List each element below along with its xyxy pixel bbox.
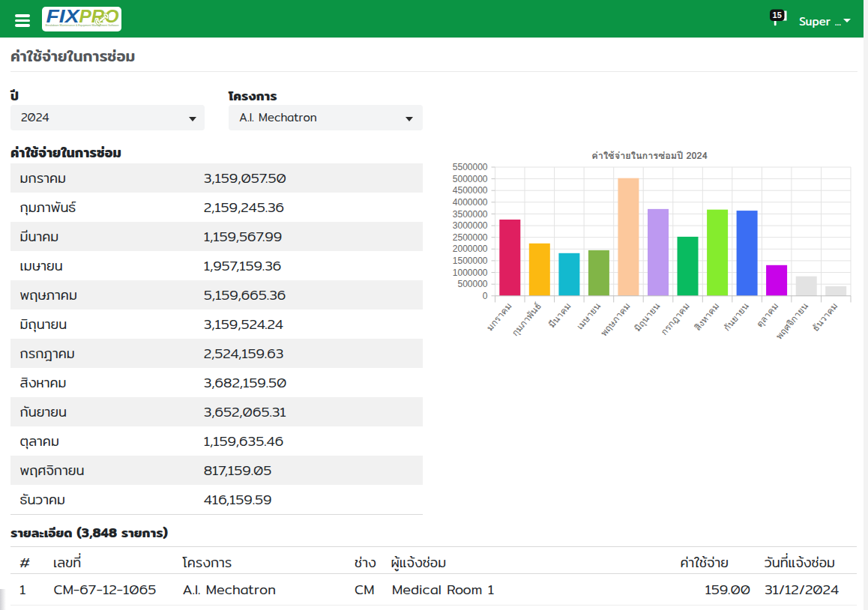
svg-text:4000000: 4000000 — [453, 197, 488, 208]
svg-text:พฤษภาคม: พฤษภาคม — [597, 300, 633, 339]
svg-text:กันยายน: กันยายน — [720, 300, 752, 334]
svg-text:ค่าใช้จ่ายในการซ่อมปี 2024: ค่าใช้จ่ายในการซ่อมปี 2024 — [591, 148, 707, 163]
svg-text:5000000: 5000000 — [453, 174, 488, 184]
svg-text:3500000: 3500000 — [453, 209, 488, 220]
svg-text:3000000: 3000000 — [453, 220, 488, 231]
svg-text:ตุลาคม: ตุลาคม — [753, 300, 782, 330]
svg-text:1500000: 1500000 — [453, 256, 488, 266]
svg-text:500000: 500000 — [457, 279, 487, 289]
svg-text:Breakdown Maintenance & Equipm: Breakdown Maintenance & Equipment Manage… — [46, 22, 119, 26]
svg-text:0: 0 — [483, 291, 488, 301]
svg-text:15: 15 — [773, 10, 782, 19]
svg-text:5500000: 5500000 — [453, 162, 488, 172]
svg-text:ธันวาคม: ธันวาคม — [809, 300, 841, 335]
svg-text:4500000: 4500000 — [453, 185, 488, 196]
svg-text:2500000: 2500000 — [453, 232, 488, 243]
svg-text:กุมภาพันธ์: กุมภาพันธ์ — [508, 300, 545, 339]
svg-text:กรกฎาคม: กรกฎาคม — [657, 300, 693, 339]
svg-text:1000000: 1000000 — [453, 268, 488, 278]
svg-text:มีนาคม: มีนาคม — [545, 300, 574, 331]
svg-text:2000000: 2000000 — [453, 244, 488, 254]
svg-text:สิงหาคม: สิงหาคม — [690, 300, 723, 334]
